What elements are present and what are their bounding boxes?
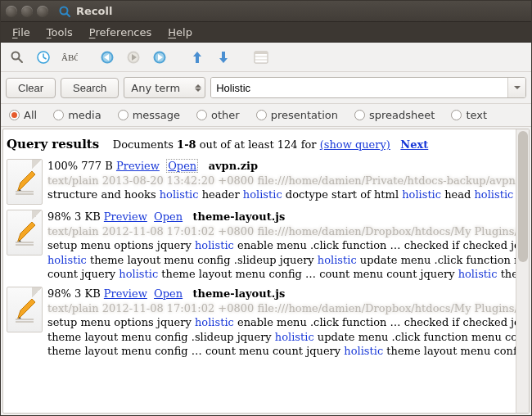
titlebar: Recoll <box>1 1 531 22</box>
close-window-button[interactable] <box>6 6 17 17</box>
filter-text[interactable]: text <box>451 109 487 121</box>
minimize-window-button[interactable] <box>21 6 33 17</box>
advanced-search-icon[interactable] <box>6 46 29 69</box>
results-list: Query results Documents 1-8 out of at le… <box>3 129 516 413</box>
category-filter-row: All media message other presentation spr… <box>1 104 531 127</box>
result-thumbnail-icon <box>7 159 43 205</box>
filter-presentation[interactable]: presentation <box>256 109 338 121</box>
search-button[interactable]: Search <box>61 78 119 98</box>
highlight-term: holistic <box>474 188 513 201</box>
match-mode-label: Any term <box>131 82 180 94</box>
menu-file[interactable]: File <box>4 24 38 41</box>
search-history-dropdown[interactable] <box>507 78 525 97</box>
sort-asc-icon[interactable] <box>186 46 209 69</box>
highlight-term: holistic <box>458 268 498 280</box>
search-input[interactable] <box>211 78 507 97</box>
nav-back-icon[interactable] <box>96 46 119 69</box>
highlight-term: holistic <box>160 188 199 201</box>
svg-marker-23 <box>17 171 35 192</box>
result-filename: theme-layout.js <box>193 210 286 223</box>
svg-rect-20 <box>255 52 268 54</box>
maximize-window-button[interactable] <box>37 6 48 17</box>
show-query-link[interactable]: (show query) <box>320 138 390 151</box>
filter-all[interactable]: All <box>9 109 37 121</box>
svg-text:ÂBĈ: ÂBĈ <box>61 52 78 62</box>
svg-line-3 <box>18 58 22 62</box>
result-snippet: setup menu options jquery holistic enabl… <box>47 238 516 282</box>
next-page-link[interactable]: Next <box>400 138 428 151</box>
open-link[interactable]: Open <box>166 159 198 173</box>
match-mode-select[interactable]: Any term <box>124 77 205 98</box>
highlight-term: holistic <box>119 268 158 280</box>
result-snippet: setup menu options jquery holistic enabl… <box>47 315 516 359</box>
highlight-term: holistic <box>243 188 282 201</box>
window-controls <box>6 6 48 17</box>
result-filename: avpn.zip <box>209 160 258 172</box>
sort-desc-icon[interactable] <box>212 46 235 69</box>
nav-reload-icon[interactable] <box>148 46 171 69</box>
highlight-term: holistic <box>318 254 357 266</box>
svg-marker-17 <box>193 52 201 63</box>
filter-message[interactable]: message <box>118 109 180 121</box>
results-scrollbar[interactable] <box>516 129 529 413</box>
svg-marker-31 <box>17 299 35 320</box>
result-filename: theme-layout.js <box>193 287 286 300</box>
open-link[interactable]: Open <box>154 210 183 223</box>
open-link[interactable]: Open <box>154 287 183 300</box>
result-score: 98% 3 KB <box>47 210 101 223</box>
result-item: 98% 3 KB Preview Open theme-layout.jstex… <box>7 210 512 282</box>
menubar: File Tools Preferences Help <box>1 22 531 43</box>
svg-rect-33 <box>16 321 34 323</box>
preview-link[interactable]: Preview <box>116 160 160 172</box>
highlight-term: holistic <box>275 331 314 343</box>
scroll-thumb[interactable] <box>518 131 528 262</box>
menu-help[interactable]: Help <box>160 24 201 41</box>
toolbar: ÂBĈ <box>1 43 531 72</box>
result-meta: text/plain 2012-11-08 17:01:02 +0800 fil… <box>47 224 516 239</box>
menu-preferences[interactable]: Preferences <box>81 24 160 41</box>
window-title: Recoll <box>76 5 112 17</box>
highlight-term: holistic <box>195 316 234 328</box>
app-logo-icon <box>58 5 71 18</box>
clear-button[interactable]: Clear <box>6 78 56 98</box>
svg-line-1 <box>66 13 70 16</box>
svg-rect-29 <box>16 244 34 246</box>
preview-link[interactable]: Preview <box>104 287 147 300</box>
highlight-term: holistic <box>344 345 383 357</box>
search-row: Clear Search Any term <box>1 72 531 104</box>
result-thumbnail-icon <box>7 287 43 332</box>
svg-rect-25 <box>16 193 34 195</box>
search-combo <box>210 77 526 98</box>
charset-icon[interactable]: ÂBĈ <box>58 46 81 69</box>
svg-rect-30 <box>16 242 34 243</box>
svg-rect-34 <box>16 319 34 320</box>
filter-spreadsheet[interactable]: spreadsheet <box>354 109 435 121</box>
result-thumbnail-icon <box>7 210 43 255</box>
filter-media[interactable]: media <box>53 109 101 121</box>
result-item: 100% 777 B Preview Open avpn.ziptext/pla… <box>7 159 512 205</box>
result-score: 98% 3 KB <box>47 287 101 300</box>
results-pane: Query results Documents 1-8 out of at le… <box>2 129 530 414</box>
menu-tools[interactable]: Tools <box>38 24 81 41</box>
sort-time-icon[interactable] <box>32 46 55 69</box>
result-item: 98% 3 KB Preview Open theme-layout.jstex… <box>7 287 512 359</box>
result-score: 100% 777 B <box>47 160 113 172</box>
filter-other[interactable]: other <box>196 109 240 121</box>
highlight-term: holistic <box>402 188 441 201</box>
svg-rect-26 <box>16 191 34 192</box>
table-view-icon[interactable] <box>250 46 273 69</box>
nav-forward-icon[interactable] <box>122 46 145 69</box>
svg-marker-18 <box>219 52 228 63</box>
svg-marker-27 <box>17 222 35 243</box>
result-meta: text/plain 2012-11-08 17:01:02 +0800 fil… <box>47 301 516 316</box>
highlight-term: holistic <box>47 254 87 266</box>
result-meta: text/plain 2013-08-20 13:42:20 +0800 fil… <box>47 174 516 188</box>
highlight-term: holistic <box>195 239 234 251</box>
results-header: Query results Documents 1-8 out of at le… <box>7 136 512 152</box>
preview-link[interactable]: Preview <box>104 210 147 223</box>
result-snippet: structure and hooks holistic header holi… <box>47 188 516 202</box>
